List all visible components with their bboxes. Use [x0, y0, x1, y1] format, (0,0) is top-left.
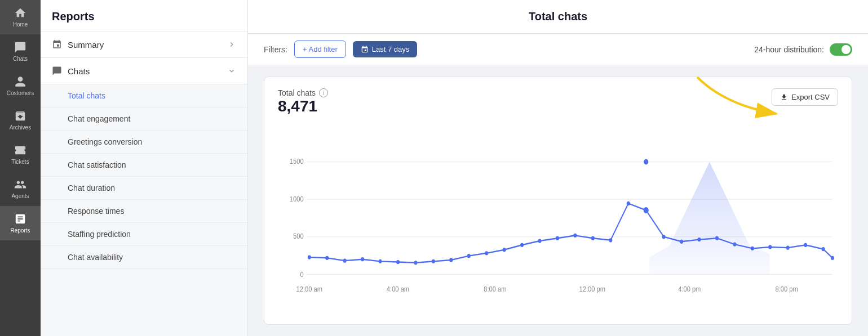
svg-point-27 — [520, 243, 524, 247]
svg-point-26 — [503, 248, 506, 252]
chart-value: 8,471 — [278, 97, 328, 115]
add-filter-button[interactable]: + Add filter — [294, 41, 346, 58]
chart-title: Total chats i — [278, 88, 328, 97]
sub-item-chat-availability[interactable]: Chat availability — [41, 246, 247, 269]
reports-panel-title: Reports — [41, 0, 247, 32]
filters-label: Filters: — [264, 45, 287, 54]
chart-area: Total chats i 8,471 — [248, 65, 868, 336]
filters-bar: Filters: + Add filter Last 7 days 24-hou… — [248, 34, 868, 65]
sidebar-item-reports-label: Reports — [10, 227, 30, 234]
svg-point-17 — [343, 259, 347, 263]
sidebar-item-tickets-label: Tickets — [11, 159, 29, 165]
svg-point-43 — [804, 243, 807, 247]
svg-point-20 — [396, 260, 400, 264]
chevron-down-icon — [227, 66, 236, 75]
svg-point-38 — [715, 236, 719, 240]
page-title: Total chats — [529, 10, 587, 23]
sub-item-response-times[interactable]: Response times — [41, 200, 247, 223]
svg-text:12:00 pm: 12:00 pm — [579, 285, 605, 293]
svg-text:4:00 pm: 4:00 pm — [678, 285, 701, 293]
svg-text:4:00 am: 4:00 am — [387, 285, 409, 293]
svg-point-42 — [786, 246, 790, 250]
distribution-toggle[interactable] — [830, 43, 852, 56]
chart-peak-dot — [644, 159, 648, 165]
svg-point-15 — [308, 255, 311, 259]
svg-text:1000: 1000 — [290, 195, 304, 203]
svg-point-32 — [609, 238, 612, 242]
sidebar-item-chats[interactable]: Chats — [0, 34, 41, 69]
sub-item-chat-engagement[interactable]: Chat engagement — [41, 107, 247, 131]
export-label: Export CSV — [791, 93, 830, 101]
svg-point-30 — [573, 234, 577, 238]
sidebar-item-customers[interactable]: Customers — [0, 69, 41, 103]
svg-point-44 — [822, 247, 825, 251]
sidebar-item-archives-label: Archives — [10, 124, 31, 131]
line-chart: 0 500 1000 1500 12:00 am 4:00 am 8:00 am… — [278, 124, 838, 315]
sidebar-item-customers-label: Customers — [7, 90, 34, 96]
sub-item-staffing-prediction[interactable]: Staffing prediction — [41, 223, 247, 246]
chart-card: Total chats i 8,471 — [264, 77, 852, 325]
svg-text:1500: 1500 — [290, 157, 304, 165]
sub-item-greetings-conversion[interactable]: Greetings conversion — [41, 131, 247, 154]
calendar-icon — [361, 46, 369, 53]
chevron-right-icon — [227, 40, 236, 49]
svg-point-19 — [379, 259, 382, 263]
svg-point-40 — [751, 247, 754, 250]
svg-point-37 — [697, 238, 701, 241]
svg-point-31 — [591, 236, 595, 240]
svg-point-16 — [325, 256, 329, 260]
main-header: Total chats — [248, 0, 868, 34]
svg-text:12:00 am: 12:00 am — [296, 285, 322, 293]
last7-days-button[interactable]: Last 7 days — [353, 41, 418, 57]
svg-text:8:00 pm: 8:00 pm — [776, 285, 798, 293]
svg-point-45 — [831, 256, 834, 260]
menu-item-chats[interactable]: Chats — [41, 58, 247, 84]
svg-point-21 — [414, 261, 417, 265]
chart-card-header: Total chats i 8,471 — [278, 88, 838, 122]
svg-point-22 — [432, 259, 435, 263]
svg-point-41 — [768, 245, 772, 249]
last7-label: Last 7 days — [372, 45, 410, 53]
sub-menu: Total chats Chat engagement Greetings co… — [41, 84, 247, 269]
svg-point-18 — [361, 257, 364, 261]
svg-point-28 — [538, 239, 542, 243]
svg-point-39 — [733, 242, 736, 246]
svg-point-34 — [644, 208, 648, 213]
reports-panel: Reports Summary Chats Total chats Chat e… — [41, 0, 248, 336]
menu-item-summary[interactable]: Summary — [41, 32, 247, 58]
export-csv-button[interactable]: Export CSV — [772, 88, 838, 106]
download-icon — [780, 93, 788, 101]
svg-point-35 — [662, 235, 666, 239]
chats-menu-label: Chats — [68, 66, 90, 76]
sidebar-item-reports[interactable]: Reports — [0, 206, 41, 240]
main-content: Total chats Filters: + Add filter Last 7… — [248, 0, 868, 336]
sub-item-chat-satisfaction[interactable]: Chat satisfaction — [41, 154, 247, 177]
chart-fill-peak — [649, 162, 769, 275]
sidebar-item-home[interactable]: Home — [0, 0, 41, 34]
svg-text:8:00 am: 8:00 am — [484, 285, 506, 293]
svg-point-25 — [485, 251, 488, 255]
sidebar-item-tickets[interactable]: Tickets — [0, 137, 41, 172]
sidebar-item-chats-label: Chats — [13, 56, 28, 62]
svg-text:500: 500 — [293, 232, 304, 240]
summary-label: Summary — [68, 40, 104, 50]
sidebar-nav: Home Chats Customers Archives Tickets Ag… — [0, 0, 41, 336]
sidebar-item-agents[interactable]: Agents — [0, 172, 41, 206]
svg-point-23 — [449, 258, 453, 262]
svg-point-29 — [556, 236, 559, 240]
sub-item-total-chats[interactable]: Total chats — [41, 84, 247, 107]
svg-point-36 — [680, 240, 683, 244]
sidebar-item-agents-label: Agents — [11, 193, 29, 199]
chart-svg-container: 0 500 1000 1500 12:00 am 4:00 am 8:00 am… — [278, 124, 838, 315]
svg-point-24 — [467, 254, 471, 258]
svg-text:0: 0 — [300, 270, 303, 279]
info-icon[interactable]: i — [319, 88, 328, 97]
sub-item-chat-duration[interactable]: Chat duration — [41, 177, 247, 200]
sidebar-item-archives[interactable]: Archives — [0, 103, 41, 137]
sidebar-item-home-label: Home — [13, 21, 28, 28]
distribution-label: 24-hour distribution: — [754, 45, 824, 54]
svg-point-33 — [627, 201, 630, 205]
